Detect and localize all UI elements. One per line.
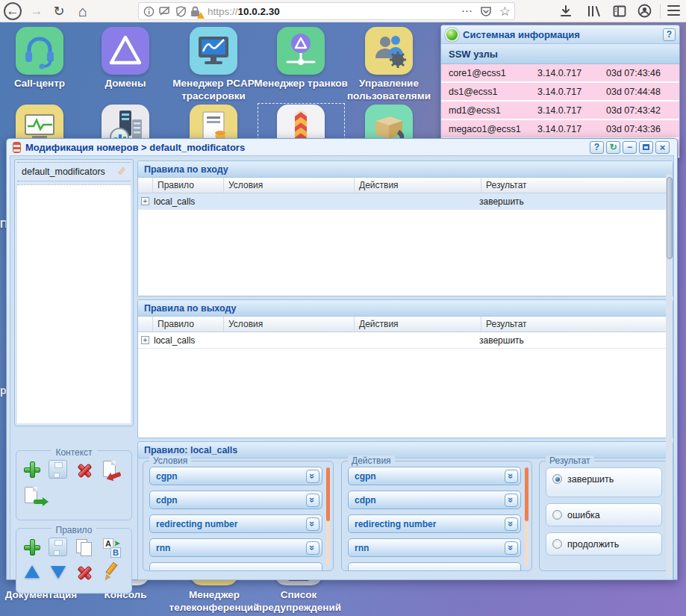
delete-context-button[interactable] xyxy=(75,460,95,480)
result-option-continue[interactable]: продолжить xyxy=(546,532,662,556)
delete-rule-button[interactable] xyxy=(75,562,95,582)
menu-icon[interactable] xyxy=(667,5,680,16)
window-maximize-button[interactable] xyxy=(639,141,653,154)
home-icon[interactable]: ⌂ xyxy=(73,1,93,21)
action-item[interactable]: redirecting number » xyxy=(348,514,521,533)
window-refresh-button[interactable]: ↻ xyxy=(606,141,620,154)
library-icon[interactable] xyxy=(586,4,602,19)
actions-scrollbar[interactable] xyxy=(525,467,528,566)
action-label: cgpn xyxy=(349,471,505,482)
radio-icon[interactable] xyxy=(552,539,562,549)
account-icon[interactable] xyxy=(637,3,652,19)
rule-row[interactable]: + local_calls завершить xyxy=(138,332,673,349)
column-header[interactable]: Правило xyxy=(153,317,224,332)
context-list-panel: default_modificators xyxy=(14,159,134,426)
page-info-icon[interactable] xyxy=(143,6,155,17)
help-button[interactable]: ? xyxy=(663,28,676,41)
add-rule-button[interactable] xyxy=(22,538,43,558)
permissions-icon[interactable] xyxy=(159,6,171,16)
app-label[interactable]: Управление пользователями xyxy=(329,77,449,103)
save-rule-button[interactable] xyxy=(49,538,69,558)
condition-item[interactable]: cdpn » xyxy=(149,491,322,509)
page-actions-icon[interactable]: ⋯ xyxy=(461,4,473,18)
save-context-button[interactable] xyxy=(49,460,69,480)
double-chevron-icon: » xyxy=(506,473,516,479)
scrollbar-thumb[interactable] xyxy=(667,177,673,259)
ssw-node-row[interactable]: md1@ecss1 3.14.0.717 03d 07:43:42 xyxy=(441,102,679,120)
app-tile-user-management[interactable] xyxy=(365,27,413,75)
window-titlebar[interactable]: Модификация номеров > default_modificato… xyxy=(7,139,677,155)
expand-panel-button[interactable]: » xyxy=(306,517,319,531)
tracking-protection-icon[interactable] xyxy=(175,6,187,17)
sidebars-icon[interactable] xyxy=(612,4,627,19)
window-minimize-button[interactable]: − xyxy=(623,141,637,154)
context-list-item-selected[interactable]: default_modificators xyxy=(17,162,131,181)
column-header[interactable]: Правило xyxy=(153,178,224,193)
expand-panel-button[interactable]: » xyxy=(505,517,518,531)
rule-result: завершить xyxy=(475,335,673,346)
action-item[interactable]: cdpn » xyxy=(348,491,521,509)
ssw-node-row[interactable]: ds1@ecss1 3.14.0.717 03d 07:44:48 xyxy=(441,83,679,102)
move-rule-up-button[interactable] xyxy=(22,562,43,582)
pocket-icon[interactable] xyxy=(480,6,492,17)
forward-icon[interactable]: → xyxy=(27,1,46,21)
expand-panel-button[interactable]: » xyxy=(505,470,518,483)
column-header[interactable]: Действия xyxy=(355,178,481,193)
column-header[interactable]: Результат xyxy=(481,178,673,193)
window-close-button[interactable]: × xyxy=(655,141,670,154)
window-help-button[interactable]: ? xyxy=(590,141,604,154)
edit-rule-button[interactable] xyxy=(101,562,121,582)
insecure-lock-warning-icon[interactable] xyxy=(190,6,202,17)
conditions-scrollbar[interactable] xyxy=(326,467,330,566)
edit-pencil-icon[interactable] xyxy=(116,167,126,177)
column-header[interactable]: Результат xyxy=(481,317,673,332)
system-info-header[interactable]: Системная информация ? xyxy=(441,25,679,44)
bookmark-star-icon[interactable]: ☆ xyxy=(499,4,511,19)
app-tile-pcap-manager[interactable] xyxy=(190,27,237,75)
expand-panel-button[interactable]: » xyxy=(306,541,319,555)
condition-item[interactable]: rnn » xyxy=(149,538,322,557)
app-tile-call-center[interactable] xyxy=(16,27,63,75)
expand-row-icon[interactable]: + xyxy=(141,197,149,205)
window-scrollbar[interactable] xyxy=(666,174,673,578)
column-header[interactable]: Условия xyxy=(224,317,355,332)
result-fieldset: Результат завершить ошибка продолжить xyxy=(539,461,669,571)
expand-row-icon[interactable]: + xyxy=(141,336,149,344)
url-text[interactable]: https://10.0.2.30 xyxy=(208,6,280,17)
app-label[interactable]: Список предупреждений xyxy=(239,588,358,615)
back-icon[interactable]: ← xyxy=(4,2,22,20)
context-list-empty-area[interactable] xyxy=(17,184,131,423)
column-header[interactable]: Условия xyxy=(224,178,355,193)
ssw-node-row[interactable]: core1@ecss1 3.14.0.717 03d 07:43:46 xyxy=(441,64,679,83)
context-toolbox: Контекст xyxy=(16,450,132,520)
radio-selected-icon[interactable] xyxy=(552,474,562,484)
condition-item[interactable]: redirecting number » xyxy=(149,514,322,533)
expand-panel-button[interactable]: » xyxy=(306,494,319,507)
action-item[interactable]: rnn » xyxy=(348,538,521,557)
result-option-finish[interactable]: завершить xyxy=(546,467,662,497)
url-bar[interactable]: https://10.0.2.30 ⋯ ☆ xyxy=(138,2,515,20)
export-context-button[interactable] xyxy=(22,486,43,506)
condition-item-partial[interactable] xyxy=(149,562,322,570)
import-context-button[interactable] xyxy=(101,460,121,480)
rename-rule-button[interactable]: A➤B xyxy=(101,538,121,558)
copy-rule-button[interactable] xyxy=(75,538,95,558)
column-header[interactable]: Действия xyxy=(355,317,481,332)
app-tile-trunk-manager[interactable] xyxy=(277,27,325,75)
add-context-button[interactable] xyxy=(22,460,43,480)
condition-item[interactable]: cgpn » xyxy=(149,467,322,485)
app-tile-domains[interactable] xyxy=(102,27,149,75)
action-item[interactable]: cgpn » xyxy=(348,467,521,485)
action-item-partial[interactable] xyxy=(348,562,521,570)
expand-panel-button[interactable]: » xyxy=(505,541,518,555)
download-icon[interactable] xyxy=(558,4,573,19)
expand-panel-button[interactable]: » xyxy=(306,470,319,483)
result-option-error[interactable]: ошибка xyxy=(546,503,662,526)
move-rule-down-button[interactable] xyxy=(49,562,69,582)
radio-icon[interactable] xyxy=(552,510,562,520)
reload-icon[interactable]: ↻ xyxy=(49,1,69,21)
expand-panel-button[interactable]: » xyxy=(505,494,518,507)
ssw-node-row[interactable]: megaco1@ecss1 3.14.0.717 03d 07:43:36 xyxy=(441,120,679,139)
rule-row-selected[interactable]: + local_calls завершить xyxy=(138,193,673,210)
result-option-label: ошибка xyxy=(567,510,600,520)
